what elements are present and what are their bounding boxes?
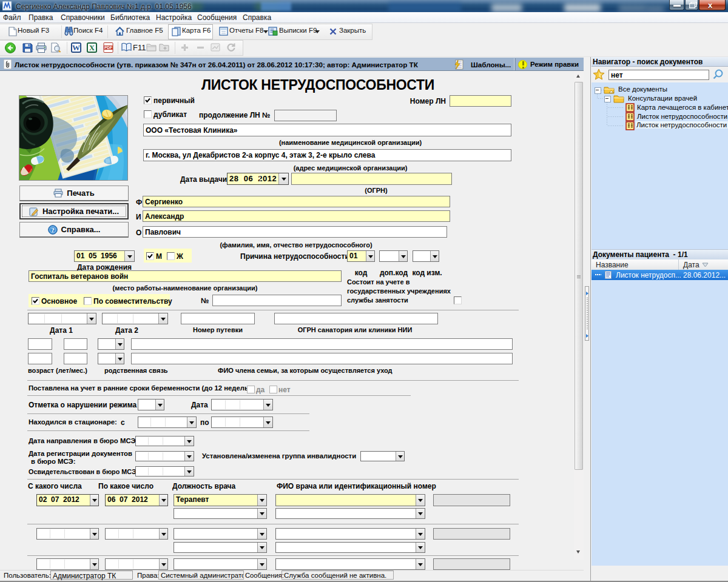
svg-text:W: W (72, 43, 80, 52)
svg-text:X: X (89, 43, 95, 52)
svg-text:?: ? (51, 226, 55, 233)
svg-text:PDF: PDF (104, 45, 112, 50)
